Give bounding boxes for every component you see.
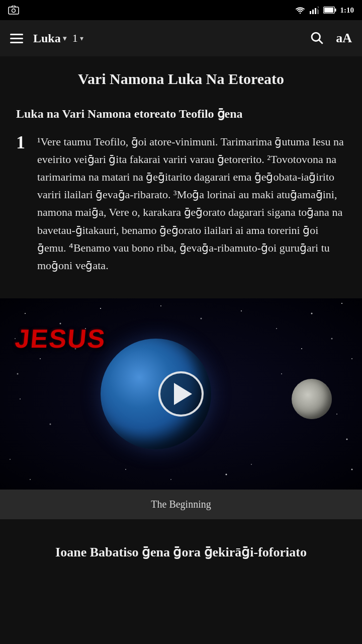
svg-point-22 [40,358,41,359]
status-bar-right: 1:10 [295,6,354,15]
menu-button[interactable] [10,34,23,43]
search-button[interactable] [310,31,324,46]
svg-rect-8 [334,9,336,12]
svg-point-28 [50,424,51,425]
chapter-title: Vari Namona Luka Na Etoreato [16,68,346,90]
battery-icon [323,7,336,14]
toolbar-title-section: Luka ▾ 1 ▾ [33,32,300,45]
svg-point-31 [346,439,348,440]
video-container: JESUS The Beginning [0,298,362,519]
svg-rect-0 [9,7,19,14]
font-icon: aA [336,31,352,45]
book-dropdown-arrow: ▾ [63,34,66,43]
moon-graphic [292,379,332,419]
svg-point-25 [331,338,333,340]
svg-point-19 [311,313,313,314]
font-size-button[interactable]: aA [336,31,352,46]
svg-point-26 [351,358,352,359]
bottom-section-heading: Ioane Babatiso ḡena ḡora ḡekirāḡi-fofori… [16,543,346,561]
play-icon [174,383,192,405]
status-bar-left [8,6,19,15]
toolbar: Luka ▾ 1 ▾ aA [0,20,362,56]
svg-point-15 [160,305,161,306]
status-time: 1:10 [340,6,354,15]
svg-line-11 [319,40,323,43]
svg-point-12 [25,313,26,314]
status-bar: 1:10 [0,0,362,20]
svg-point-16 [201,318,202,319]
svg-point-33 [30,479,31,480]
section-separator [0,519,362,531]
svg-rect-3 [312,10,314,14]
svg-rect-2 [310,11,311,14]
svg-point-35 [170,479,171,480]
video-thumbnail: JESUS [0,298,362,490]
svg-point-41 [17,373,19,375]
svg-point-18 [276,328,277,329]
section-heading: Luka na Vari Namona etoreato Teofilo ḡen… [16,106,346,123]
svg-rect-4 [315,8,316,14]
signal-icon [309,6,319,14]
svg-point-10 [312,33,320,41]
svg-point-14 [100,308,101,309]
svg-point-20 [341,303,342,304]
svg-point-17 [241,310,242,311]
jesus-text: JESUS [14,324,107,354]
chapter-number: 1 [72,32,78,45]
search-icon [310,31,324,45]
photo-icon [8,6,19,15]
svg-point-34 [351,469,353,470]
verse-block-1: 1 ¹Vere taumu Teofilo, ḡoi atore-vinimun… [16,133,346,275]
svg-point-36 [125,469,126,470]
video-caption: The Beginning [0,490,362,519]
svg-point-27 [20,398,21,399]
svg-point-37 [226,474,227,475]
svg-point-1 [12,9,16,13]
bottom-section: Ioane Babatiso ḡena ḡora ḡekirāḡi-fofori… [0,531,362,576]
svg-rect-9 [324,8,333,13]
svg-point-38 [251,464,252,465]
svg-point-24 [301,348,302,349]
chapter-selector[interactable]: 1 ▾ [72,32,83,45]
verse-text-1: ¹Vere taumu Teofilo, ḡoi atore-vinimuni.… [37,133,346,275]
verse-number-1: 1 [16,133,31,275]
play-button[interactable] [158,371,204,417]
svg-point-32 [10,459,11,460]
wifi-icon [295,6,305,14]
toolbar-actions: aA [310,31,352,46]
main-content: Vari Namona Luka Na Etoreato Luka na Var… [0,56,362,294]
svg-point-40 [281,373,282,374]
book-name: Luka [33,32,61,45]
book-selector[interactable]: Luka ▾ [33,32,66,45]
video-caption-text: The Beginning [151,499,211,510]
chapter-dropdown-arrow: ▾ [80,34,83,43]
svg-point-30 [336,414,337,415]
